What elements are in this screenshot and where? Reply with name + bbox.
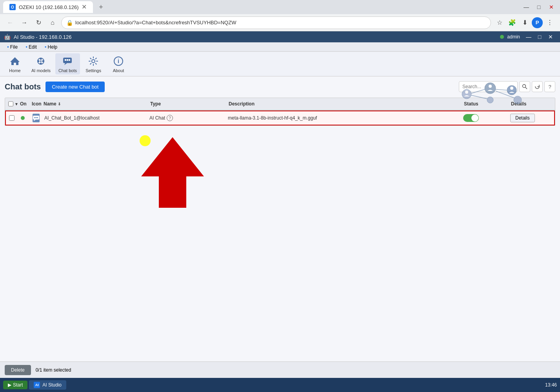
svg-point-24 (465, 91, 468, 94)
svg-point-5 (42, 60, 44, 62)
toolbar-settings-button[interactable]: Settings (82, 53, 105, 74)
svg-marker-34 (141, 137, 204, 208)
ai-models-label: AI models (31, 68, 51, 73)
svg-point-12 (92, 60, 95, 63)
name-sort-icon: ⬇ (58, 102, 61, 106)
svg-rect-11 (69, 59, 70, 61)
menu-button[interactable]: ⋮ (544, 17, 555, 28)
admin-label: admin (507, 34, 520, 40)
menu-bullet-help: ● (45, 45, 47, 49)
lock-icon: 🔒 (66, 20, 73, 26)
svg-point-6 (40, 60, 42, 62)
browser-minimize-button[interactable]: — (521, 3, 532, 11)
chatbot-description: meta-llama-3.1-8b-instruct-hf-q4_k_m.ggu… (228, 115, 317, 121)
browser-close-button[interactable]: ✕ (546, 3, 557, 11)
tab-close-button[interactable]: ✕ (82, 4, 87, 10)
home-button[interactable]: ⌂ (47, 17, 58, 28)
bottom-bar: Delete 0/1 item selected (0, 361, 560, 378)
forward-button[interactable]: → (19, 17, 30, 28)
browser-maximize-button[interactable]: □ (533, 3, 544, 11)
svg-line-22 (496, 89, 507, 90)
extensions-button[interactable]: 🧩 (507, 17, 518, 28)
svg-point-31 (34, 117, 35, 118)
selected-count: 0/1 item selected (36, 367, 71, 373)
browser-tab[interactable]: O OZEKI 10 (192.168.0.126) ✕ (3, 1, 93, 13)
app-maximize-button[interactable]: □ (534, 33, 545, 41)
col-type: Type (147, 100, 225, 108)
menu-file-label: File (10, 44, 18, 50)
toolbar-about-button[interactable]: i About (107, 53, 130, 74)
cursor-indicator (140, 135, 151, 146)
menu-edit[interactable]: ● Edit (22, 44, 41, 51)
col-checkbox: ▼ (5, 100, 17, 108)
status-toggle[interactable] (463, 114, 479, 122)
menu-help[interactable]: ● Help (41, 44, 62, 51)
toolbar-home-button[interactable]: Home (3, 53, 27, 74)
svg-marker-8 (64, 63, 67, 65)
app-minimize-button[interactable]: — (523, 33, 534, 41)
col-on: On (17, 100, 29, 108)
bookmark-button[interactable]: ☆ (494, 17, 505, 28)
start-label: Start (13, 382, 23, 388)
profile-button[interactable]: P (532, 17, 543, 28)
menu-file[interactable]: ● File (3, 44, 22, 51)
toolbar-ai-models-button[interactable]: AI models (28, 53, 54, 74)
row-checkbox-cell (6, 113, 18, 123)
address-bar[interactable]: 🔒 localhost:9520/AI+Studio/?a=Chat+bots&… (61, 16, 491, 29)
taskbar-app-button[interactable]: AI AI Studio (29, 380, 66, 390)
app-close-button[interactable]: ✕ (545, 33, 556, 41)
new-tab-button[interactable]: + (95, 2, 106, 13)
menu-bullet-edit: ● (25, 45, 27, 49)
svg-point-3 (40, 63, 42, 65)
taskbar-app-icon: AI (34, 382, 40, 388)
type-help-icon[interactable]: ? (167, 115, 173, 121)
chatbot-type: AI Chat (149, 115, 165, 121)
table-help-button[interactable]: ? (544, 81, 555, 92)
row-status-cell (460, 112, 507, 124)
download-button[interactable]: ⬇ (519, 17, 530, 28)
refresh-button[interactable] (532, 81, 543, 92)
row-name-cell: AI_Chat_Bot_1@localhost (41, 113, 146, 123)
svg-point-25 (489, 85, 492, 88)
details-button[interactable]: Details (510, 114, 535, 122)
tab-favicon: O (9, 4, 16, 10)
tab-title: OZEKI 10 (192.168.0.126) (19, 4, 78, 10)
menu-bullet-file: ● (7, 45, 9, 49)
menu-help-label: Help (48, 44, 58, 50)
row-on-cell (18, 114, 29, 122)
table-row: AI_Chat_Bot_1@localhost AI Chat ? meta-l… (5, 111, 555, 125)
row-type-cell: AI Chat ? (146, 113, 225, 123)
toolbar-chat-bots-button[interactable]: Chat bots (55, 53, 80, 74)
back-button[interactable]: ← (5, 17, 16, 28)
arrow-annotation (141, 137, 204, 208)
col-icon: Icon (29, 100, 40, 108)
start-button[interactable]: ▶ Start (3, 381, 27, 389)
col-name: Name ⬇ (40, 100, 147, 108)
svg-point-26 (510, 87, 513, 90)
create-chatbot-button[interactable]: Create new Chat bot (45, 82, 105, 92)
ai-models-icon (35, 55, 47, 67)
svg-point-17 (487, 97, 493, 103)
svg-point-33 (37, 117, 38, 118)
svg-marker-0 (10, 57, 20, 65)
taskbar-app-label: AI Studio (42, 382, 62, 388)
row-details-cell: Details (507, 111, 554, 125)
chatbot-icon (33, 114, 40, 122)
svg-point-32 (36, 117, 37, 118)
home-icon (9, 55, 21, 67)
svg-rect-9 (65, 59, 66, 61)
svg-point-4 (38, 60, 40, 62)
menubar: ● File ● Edit ● Help (0, 42, 560, 52)
row-checkbox[interactable] (9, 115, 15, 121)
col-description: Description (225, 100, 461, 108)
select-all-checkbox[interactable] (8, 101, 13, 107)
reload-button[interactable]: ↻ (33, 17, 44, 28)
taskbar-time: 13:46 (545, 382, 557, 388)
delete-button[interactable]: Delete (5, 365, 31, 375)
menu-edit-label: Edit (29, 44, 37, 50)
row-icon-cell (29, 111, 41, 125)
svg-point-2 (40, 58, 42, 60)
start-icon: ▶ (8, 382, 11, 388)
svg-line-21 (471, 95, 487, 99)
svg-marker-30 (34, 120, 36, 121)
